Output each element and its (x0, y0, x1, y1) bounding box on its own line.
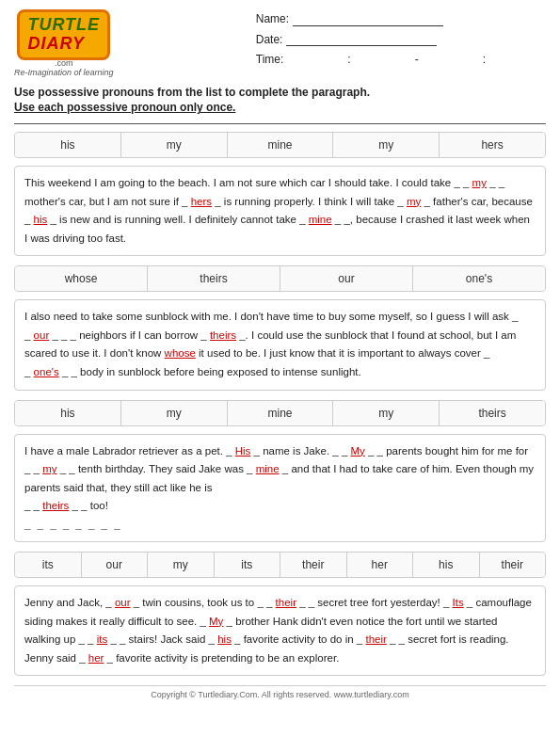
word-1-1: his (15, 133, 121, 157)
word-2-1: whose (15, 266, 148, 291)
word-3-1: his (15, 401, 121, 425)
answer-my-cap: My (350, 445, 364, 457)
word-3-5: theirs (440, 401, 545, 425)
word-4-8: their (480, 553, 546, 577)
word-4-2: our (82, 553, 149, 577)
instruction-line2: Use each possessive pronoun only once. (14, 100, 546, 116)
word-bank-3: his my mine my theirs (14, 400, 546, 426)
answer-hers: hers (191, 196, 212, 207)
word-2-4: one's (413, 266, 545, 291)
answer-theirs-2: theirs (42, 500, 69, 511)
answer-their-2: their (365, 633, 386, 645)
word-1-5: hers (440, 133, 545, 157)
logo: TURTLE DIARY (17, 9, 110, 60)
section-3: his my mine my theirs I have a male Labr… (14, 400, 546, 543)
footer: Copyright © Turtlediary.Com. All rights … (14, 685, 546, 699)
word-4-4: its (215, 553, 281, 577)
word-bank-4: its our my its their her his their (14, 552, 546, 578)
word-3-3: mine (228, 401, 334, 425)
word-4-1: its (15, 553, 82, 577)
instructions: Use possessive pronouns from the list to… (14, 85, 546, 117)
footer-text: Copyright © Turtlediary.Com. All rights … (151, 690, 408, 699)
word-3-4: my (333, 401, 440, 425)
answer-my-3: my (42, 463, 56, 474)
time-label: Time: (256, 50, 284, 71)
answer-whose: whose (165, 347, 196, 359)
answer-its-2: its (97, 633, 108, 645)
word-1-4: my (333, 133, 440, 157)
answer-our-2: our (115, 597, 131, 608)
answer-theirs-1: theirs (210, 329, 236, 341)
name-label: Name: (256, 9, 289, 30)
name-area: Name: Date: Time: : - : (256, 9, 546, 71)
answer-her: her (88, 652, 104, 664)
answer-their-1: their (276, 597, 296, 608)
answer-his-cap: His (235, 445, 251, 457)
word-4-3: my (148, 553, 215, 577)
date-field (286, 33, 437, 46)
answer-his-1: his (34, 214, 48, 225)
answer-its-1: Its (453, 597, 464, 608)
paragraph-4: Jenny and Jack, _ our _ twin cousins, to… (14, 585, 546, 676)
logo-diary: DIARY (27, 34, 85, 53)
section-2: whose theirs our one's I also need to ta… (14, 265, 546, 390)
word-4-7: his (413, 553, 480, 577)
header: TURTLE DIARY .com Re-Imagination of lear… (14, 9, 546, 77)
word-2-3: our (280, 266, 413, 291)
word-4-6: her (347, 553, 414, 577)
word-1-2: my (121, 133, 228, 157)
paragraph-1: This weekend I am going to the beach. I … (14, 166, 546, 256)
answer-my-1: my (472, 177, 487, 188)
section-4: its our my its their her his their Jenny… (14, 552, 546, 676)
answer-his-2: his (217, 633, 232, 645)
answer-mine-1: mine (309, 214, 332, 225)
paragraph-2: I also need to take some sunblock with m… (14, 299, 546, 390)
instruction-line1: Use possessive pronouns from the list to… (14, 85, 546, 101)
word-2-2: theirs (148, 266, 280, 291)
answer-mine-2: mine (256, 463, 280, 474)
word-bank-2: whose theirs our one's (14, 265, 546, 292)
word-3-2: my (121, 401, 228, 425)
logo-com: .com (55, 58, 73, 68)
name-field (293, 13, 443, 26)
section-1: his my mine my hers This weekend I am go… (14, 132, 546, 256)
answer-ones: one's (34, 366, 59, 377)
answer-my-4: My (209, 616, 223, 627)
dashes: _ _ _ _ _ _ _ _ (24, 519, 122, 530)
time-colon-1: : (347, 50, 350, 71)
paragraph-3: I have a male Labrador retriever as a pe… (14, 434, 546, 543)
word-bank-1: his my mine my hers (14, 132, 546, 158)
answer-our: our (34, 329, 50, 341)
divider-1 (14, 123, 546, 124)
date-label: Date: (256, 30, 283, 51)
time-colon-2: : (483, 50, 486, 71)
answer-my-2: my (407, 196, 421, 207)
word-4-5: their (280, 553, 347, 577)
word-1-3: mine (228, 133, 334, 157)
time-dash: - (415, 50, 419, 71)
logo-tagline: Re-Imagination of learning (14, 68, 114, 77)
logo-area: TURTLE DIARY .com Re-Imagination of lear… (14, 9, 114, 77)
logo-turtle: TURTLE (27, 15, 100, 34)
